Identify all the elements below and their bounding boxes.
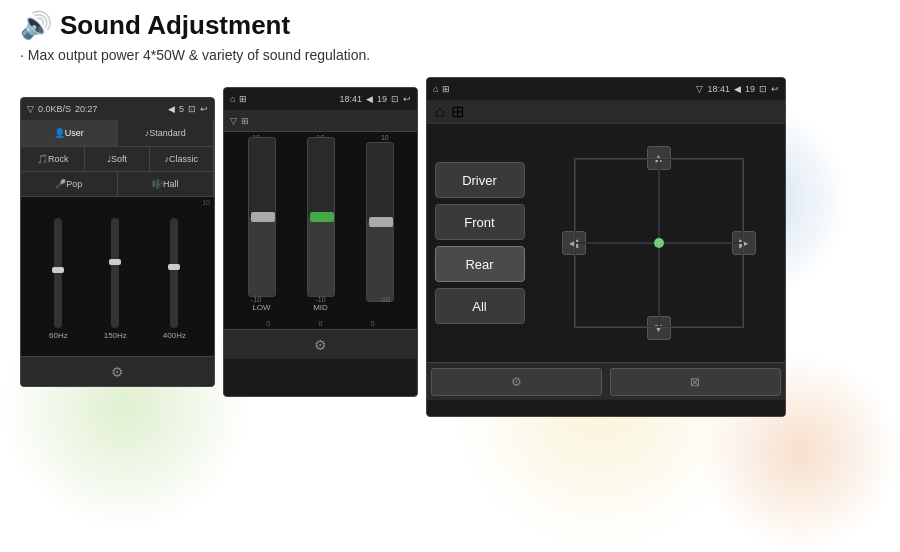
eq-band-400hz: 400Hz (163, 205, 186, 352)
screen2-grid-icon: ⊞ (239, 94, 247, 104)
screen1-time: 20:27 (75, 104, 98, 114)
subtitle: · Max output power 4*50W & variety of so… (20, 47, 880, 63)
eq-band-150hz: 150Hz (104, 205, 127, 352)
user-icon: 👤 (54, 128, 65, 138)
screen1-wifi-icon: ▽ (27, 104, 34, 114)
tab-hall[interactable]: 🎼 Hall (118, 172, 215, 196)
equalizer-settings-icon[interactable]: ⚙ (111, 364, 124, 380)
screen3-window-icon: ⊡ (759, 84, 767, 94)
screen3-grid-icon2: ⊞ (451, 102, 464, 121)
screen3-home-icon: ⌂ (433, 84, 438, 94)
sound-position-area: ▲ ◀ ▶ ▼ (532, 124, 785, 362)
screen1-speed: 0.0KB/S (38, 104, 71, 114)
driver-button[interactable]: Driver (435, 162, 525, 198)
eq-band-60hz: 60Hz (49, 205, 68, 352)
screen2-sliders-area: 10 10 10 LOW (224, 132, 417, 317)
screen2-back-icon: ↩ (403, 94, 411, 104)
screen2-triangle-icon: ▽ (230, 116, 237, 126)
tab-soft[interactable]: ♩ Soft (85, 147, 149, 171)
screen3-status-bar: ⌂ ⊞ ▽ 18:41 ◀ 19 ⊡ ↩ (427, 78, 785, 100)
screen3-balance-button[interactable]: ⊠ (610, 368, 782, 396)
screen3-time: 18:41 (707, 84, 730, 94)
screen3-icons-bar: ⌂ ⊞ (427, 100, 785, 124)
screen3-back-icon: ↩ (771, 84, 779, 94)
rock-tab-icon: 🎵 (37, 154, 48, 164)
tab-rock[interactable]: 🎵 Rock (21, 147, 85, 171)
slider-high[interactable] (366, 142, 394, 308)
screen2-eq-settings-icon[interactable]: ⚙ (314, 337, 327, 353)
front-button[interactable]: Front (435, 204, 525, 240)
screen3-bottom-bar: ⚙ ⊠ (427, 362, 785, 400)
tab-standard[interactable]: ♪ Standard (118, 120, 215, 146)
hall-tab-icon: 🎼 (152, 179, 163, 189)
screen1-bottom-bar: ⚙ (21, 356, 214, 386)
screen2-volume-icon: ◀ (366, 94, 373, 104)
sound-icon: 🔊 (20, 10, 52, 41)
screen2-volume: 19 (377, 94, 387, 104)
screen1-eq-area: 10 60Hz 150Hz (21, 197, 214, 356)
screen3-balance-icon: ⊠ (690, 375, 700, 389)
screen2-status-bar: ⌂ ⊞ 18:41 ◀ 19 ⊡ ↩ (224, 88, 417, 110)
screen2-square-icon: ⊞ (241, 116, 249, 126)
screen1-volume: 5 (179, 104, 184, 114)
sound-position-buttons: Driver Front Rear All (427, 124, 532, 362)
screen2-window-icon: ⊡ (391, 94, 399, 104)
screen3-wifi-icon: ▽ (696, 84, 703, 94)
crosshair-container: ▲ ◀ ▶ ▼ (564, 148, 754, 338)
pop-tab-icon: 🎤 (55, 179, 66, 189)
screen1-window-icon: ⊡ (188, 104, 196, 114)
screens-row: ▽ 0.0KB/S 20:27 ◀ 5 ⊡ ↩ 👤 User (20, 77, 880, 417)
screen2-home-icon: ⌂ (230, 94, 235, 104)
screen1-status-bar: ▽ 0.0KB/S 20:27 ◀ 5 ⊡ ↩ (21, 98, 214, 120)
screen1-back-icon: ↩ (200, 104, 208, 114)
screen3-volume-icon: ◀ (734, 84, 741, 94)
screen2-icons-bar: ▽ ⊞ (224, 110, 417, 132)
screen3-eq-icon: ⚙ (511, 375, 522, 389)
screen3-home-icon2: ⌂ (435, 103, 445, 121)
tab-classic[interactable]: ♪ Classic (150, 147, 214, 171)
page-title: 🔊 Sound Adjustment (20, 10, 880, 41)
slider-mid[interactable]: MID (307, 137, 335, 312)
position-dot (654, 238, 664, 248)
screen3-grid-icon: ⊞ (442, 84, 450, 94)
screen3-eq-button[interactable]: ⚙ (431, 368, 603, 396)
all-button[interactable]: All (435, 288, 525, 324)
screen1-tabs-row1: 👤 User ♪ Standard (21, 120, 214, 147)
tab-pop[interactable]: 🎤 Pop (21, 172, 118, 196)
screen2-bottom-bar: ⚙ (224, 329, 417, 359)
screen1-tabs-row3: 🎤 Pop 🎼 Hall (21, 172, 214, 197)
tab-user[interactable]: 👤 User (21, 120, 118, 146)
screen2-eq-sliders: ⌂ ⊞ 18:41 ◀ 19 ⊡ ↩ ▽ ⊞ 10 (223, 87, 418, 397)
screen1-eq-presets: ▽ 0.0KB/S 20:27 ◀ 5 ⊡ ↩ 👤 User (20, 97, 215, 387)
screen1-tabs-row2: 🎵 Rock ♩ Soft ♪ Classic (21, 147, 214, 172)
screen2-time: 18:41 (339, 94, 362, 104)
screen1-volume-icon: ◀ (168, 104, 175, 114)
screen3-volume: 19 (745, 84, 755, 94)
slider-low[interactable]: LOW (248, 137, 276, 312)
screen3-sound-position: ⌂ ⊞ ▽ 18:41 ◀ 19 ⊡ ↩ ⌂ ⊞ (426, 77, 786, 417)
rear-button[interactable]: Rear (435, 246, 525, 282)
screen3-main-content: Driver Front Rear All ▲ ◀ ▶ ▼ (427, 124, 785, 362)
